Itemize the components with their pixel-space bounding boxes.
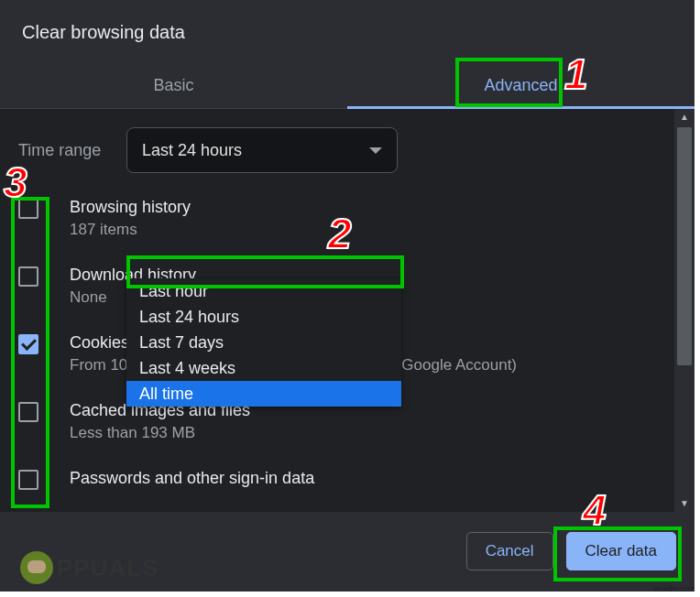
dropdown-option-last-4-weeks[interactable]: Last 4 weeks bbox=[126, 355, 401, 381]
checkbox-cached[interactable] bbox=[18, 402, 38, 422]
checkbox-browsing-history[interactable] bbox=[18, 199, 38, 219]
dropdown-option-last-hour[interactable]: Last hour bbox=[126, 278, 401, 304]
time-range-label: Time range bbox=[18, 141, 126, 160]
clear-browsing-data-dialog: Clear browsing data Basic Advanced Time … bbox=[0, 0, 695, 592]
item-title: Browsing history bbox=[70, 195, 656, 219]
list-item: Browsing history 187 items bbox=[18, 195, 656, 241]
time-range-dropdown: Last hour Last 24 hours Last 7 days Last… bbox=[126, 278, 401, 407]
item-title: Passwords and other sign-in data bbox=[70, 466, 656, 490]
time-range-row: Time range Last 24 hours bbox=[0, 109, 674, 173]
list-item: Passwords and other sign-in data bbox=[18, 466, 656, 490]
dialog-title: Clear browsing data bbox=[0, 0, 695, 43]
watermark: PPUALS bbox=[20, 551, 159, 584]
tab-basic[interactable]: Basic bbox=[0, 60, 347, 108]
dropdown-option-last-7-days[interactable]: Last 7 days bbox=[126, 330, 401, 355]
chevron-down-icon bbox=[369, 147, 382, 154]
scrollbar-thumb[interactable] bbox=[677, 127, 692, 365]
tabs: Basic Advanced bbox=[0, 60, 695, 109]
time-range-select[interactable]: Last 24 hours bbox=[126, 127, 398, 173]
watermark-icon bbox=[20, 551, 53, 584]
checkbox-cookies[interactable] bbox=[18, 334, 38, 354]
cancel-button[interactable]: Cancel bbox=[466, 532, 553, 570]
clear-data-button[interactable]: Clear data bbox=[566, 532, 676, 570]
item-subtitle: Less than 193 MB bbox=[70, 422, 656, 444]
time-range-value: Last 24 hours bbox=[142, 141, 369, 160]
scroll-up-icon[interactable]: ▲ bbox=[674, 109, 695, 125]
scroll-down-icon[interactable]: ▼ bbox=[674, 495, 695, 512]
dropdown-option-all-time[interactable]: All time bbox=[126, 381, 401, 407]
item-text: Browsing history 187 items bbox=[70, 195, 656, 241]
checkbox-download-history[interactable] bbox=[18, 266, 38, 287]
dialog-body: Time range Last 24 hours Browsing histor… bbox=[0, 109, 695, 512]
checkbox-passwords[interactable] bbox=[18, 470, 38, 490]
watermark-text: PPUALS bbox=[57, 554, 159, 582]
watermark-domain: wsxdn.com bbox=[653, 584, 695, 593]
tab-advanced[interactable]: Advanced bbox=[347, 60, 695, 108]
dropdown-option-last-24-hours[interactable]: Last 24 hours bbox=[126, 304, 401, 330]
scrollbar[interactable]: ▲ ▼ bbox=[674, 109, 695, 512]
item-subtitle: 187 items bbox=[70, 219, 656, 241]
item-text: Passwords and other sign-in data bbox=[70, 466, 656, 490]
